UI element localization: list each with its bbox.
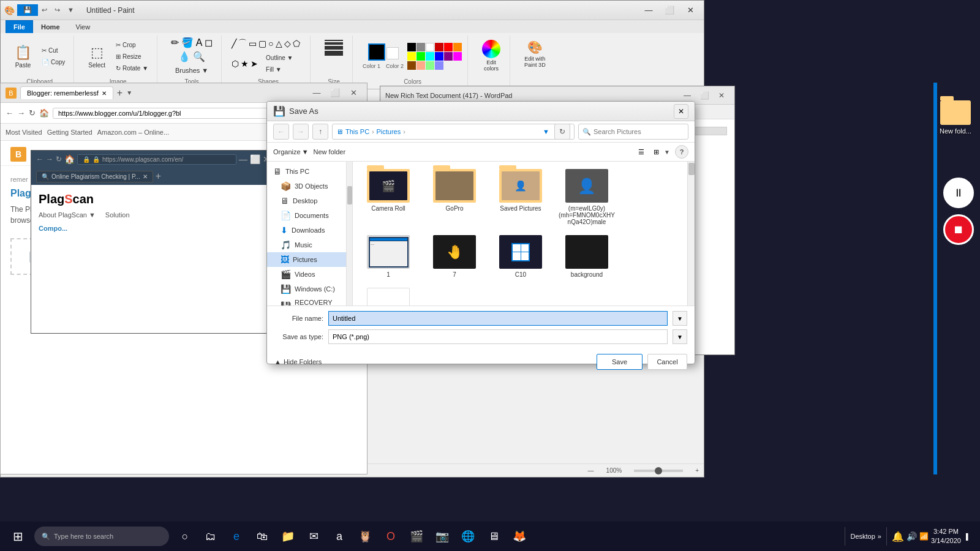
shape-round-rect[interactable]: ▢ <box>258 39 266 48</box>
quick-access-redo[interactable]: ↪ <box>51 4 64 16</box>
nav-item-videos[interactable]: 🎬 Videos <box>267 267 346 282</box>
nav-solutions[interactable]: Solution <box>105 211 130 219</box>
zoom-in-btn[interactable]: + <box>695 467 699 474</box>
file-item-male[interactable]: 👤 (m=ewILG0y)(mh=FMNOM0cXHYnQa42O)male <box>556 167 617 228</box>
dialog-forward-btn[interactable]: → <box>293 124 309 140</box>
shape-curve[interactable]: ⌒ <box>238 38 247 49</box>
nav-item-3d-objects[interactable]: 📦 3D Objects <box>267 179 346 193</box>
file-name-input[interactable] <box>328 311 668 326</box>
recording-stop-btn[interactable]: ⏹ <box>943 214 974 245</box>
show-desktop-btn[interactable]: ▌ <box>963 533 973 540</box>
palette-blue[interactable] <box>435 52 443 61</box>
taskbar-edge-btn[interactable]: e <box>224 524 249 549</box>
resize-btn[interactable]: ⊞ Resize <box>112 51 152 62</box>
pencil-icon[interactable]: ✏ <box>171 37 179 48</box>
palette-lightblue[interactable] <box>435 61 443 70</box>
shape-pentagon[interactable]: ⬠ <box>293 39 300 48</box>
tab-dropdown-btn[interactable]: ▼ <box>126 89 132 96</box>
file-item-camera-roll[interactable]: 🎬 Camera Roll <box>358 167 419 228</box>
bookmark-amazon[interactable]: Amazon.com – Online... <box>97 129 169 136</box>
shape-star[interactable]: ★ <box>241 59 249 69</box>
size-btn[interactable] <box>320 37 347 59</box>
taskbar-camera-btn[interactable]: 📷 <box>430 524 454 549</box>
nav-item-windows-c[interactable]: 💾 Windows (C:) <box>267 282 346 296</box>
palette-black[interactable] <box>407 43 416 51</box>
clock[interactable]: 3:42 PM 3/14/2020 <box>931 527 961 546</box>
browser2-tab-close[interactable]: ✕ <box>143 173 148 180</box>
palette-cyan[interactable] <box>426 52 434 61</box>
paint-maximize-btn[interactable]: ⬜ <box>660 2 679 19</box>
start-button[interactable]: ⊞ <box>2 522 33 551</box>
browser2-refresh-btn[interactable]: ↻ <box>56 155 62 163</box>
shape-ellipse[interactable]: ○ <box>268 39 273 48</box>
nav-item-recovery-d[interactable]: 💾 RECOVERY (D:) <box>267 296 346 305</box>
shape-rect[interactable]: ▭ <box>249 39 257 48</box>
palette-pink[interactable] <box>417 61 425 70</box>
taskbar-network-icon[interactable]: 📶 <box>919 532 929 541</box>
shape-diamond[interactable]: ◇ <box>284 39 291 48</box>
dialog-refresh-btn[interactable]: ↻ <box>554 124 570 140</box>
save-btn[interactable]: Save <box>597 354 643 370</box>
palette-orange[interactable] <box>453 43 462 51</box>
file-item-c10[interactable]: C10 <box>490 233 551 280</box>
taskbar-pc-btn[interactable]: 🖥 <box>481 524 506 549</box>
new-folder-btn[interactable]: New folder <box>314 148 346 156</box>
taskbar-desktop-text[interactable]: Desktop <box>850 533 875 540</box>
color1-swatch[interactable] <box>368 43 385 61</box>
shape-hex[interactable]: ⬡ <box>232 59 239 69</box>
nav-item-this-pc[interactable]: 🖥 This PC <box>267 164 346 179</box>
nav-about[interactable]: About PlagScan ▼ <box>39 211 96 219</box>
text-icon[interactable]: A <box>196 37 203 48</box>
nav-item-downloads[interactable]: ⬇ Downloads <box>267 223 346 238</box>
breadcrumb-this-pc[interactable]: This PC <box>345 128 369 135</box>
browser2-minimize-btn[interactable]: — <box>239 154 247 164</box>
bookmark-most-visited[interactable]: Most Visited <box>6 129 42 136</box>
palette-brown[interactable] <box>407 61 416 70</box>
search-input[interactable] <box>594 128 684 135</box>
nav-scrollbar[interactable] <box>347 162 353 305</box>
view-grid-btn[interactable]: ⊞ <box>649 145 663 159</box>
browser-refresh-btn[interactable]: ↻ <box>29 108 36 118</box>
taskbar-mail-btn[interactable]: ✉ <box>301 524 326 549</box>
fill-icon[interactable]: 🪣 <box>181 37 194 48</box>
taskbar-cortana-btn[interactable]: ○ <box>173 524 197 549</box>
browser-close-btn[interactable]: ✕ <box>345 84 362 102</box>
fill-shapes-btn[interactable]: Fill ▼ <box>262 64 296 75</box>
browser2-new-tab-btn[interactable]: + <box>156 171 161 182</box>
tab-home[interactable]: Home <box>33 20 68 33</box>
file-item-7[interactable]: 🤚 7 <box>424 233 485 280</box>
breadcrumb-dropdown[interactable]: ▼ <box>543 128 549 135</box>
crop-btn[interactable]: ✂ Crop <box>112 40 152 50</box>
palette-purple[interactable] <box>444 52 453 61</box>
breadcrumb-pictures[interactable]: Pictures <box>376 128 401 135</box>
color2-swatch[interactable] <box>386 47 399 59</box>
tab-close-icon[interactable]: ✕ <box>102 90 107 97</box>
eraser-icon[interactable]: ◻ <box>205 37 213 48</box>
filename-dropdown-btn[interactable]: ▼ <box>673 311 687 326</box>
wordpad-maximize-btn[interactable]: ⬜ <box>696 88 712 103</box>
wordpad-close-btn[interactable]: ✕ <box>714 88 729 103</box>
file-item-gopro[interactable]: GoPro <box>424 167 485 228</box>
file-item-background[interactable]: background <box>556 233 617 280</box>
palette-gray[interactable] <box>417 43 425 51</box>
paste-btn[interactable]: 📋 Paste <box>10 42 36 72</box>
dialog-close-btn[interactable]: ✕ <box>674 104 688 119</box>
palette-magenta[interactable] <box>453 52 462 61</box>
browser2-back-btn[interactable]: ← <box>36 155 43 163</box>
paint-close-btn[interactable]: ✕ <box>680 2 700 19</box>
palette-red[interactable] <box>444 43 453 51</box>
taskbar-firefox-btn[interactable]: 🦊 <box>507 524 532 549</box>
shape-line[interactable]: ╱ <box>232 39 236 48</box>
palette-lightgreen[interactable] <box>426 61 434 70</box>
browser-maximize-btn[interactable]: ⬜ <box>326 84 344 102</box>
dialog-back-btn[interactable]: ← <box>273 124 289 140</box>
taskbar-browser-btn[interactable]: 🌐 <box>456 524 480 549</box>
taskbar-notifications-icon[interactable]: 🔔 <box>892 531 904 542</box>
palette-green[interactable] <box>417 52 425 61</box>
shape-triangle[interactable]: △ <box>276 39 282 48</box>
cancel-btn[interactable]: Cancel <box>647 354 687 370</box>
zoom-out-btn[interactable]: — <box>588 467 594 474</box>
nav-item-documents[interactable]: 📄 Documents <box>267 208 346 223</box>
hide-folders-btn[interactable]: ▲ Hide Folders <box>274 358 322 365</box>
taskbar-amazon-btn[interactable]: a <box>327 524 352 549</box>
